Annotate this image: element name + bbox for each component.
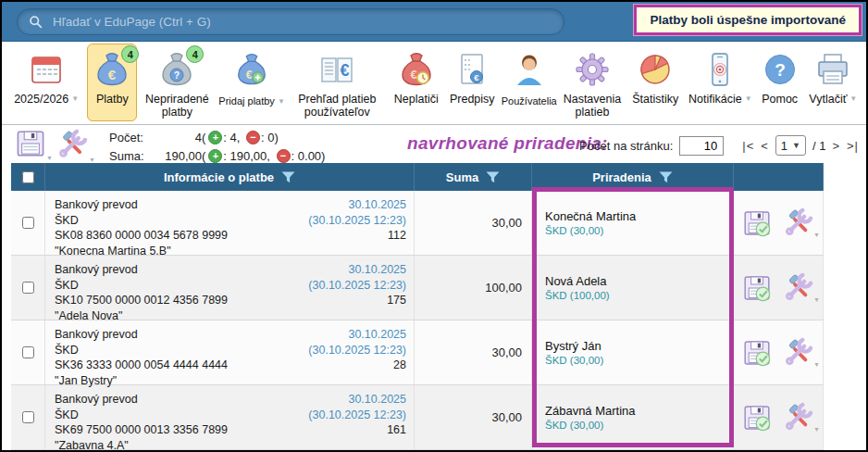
page-select[interactable]: 1▼ (775, 135, 806, 156)
payment-datetime: (30.10.2025 12:23) (308, 343, 406, 358)
toolbar-item-label: Platby (96, 93, 129, 106)
chevron-down-icon: ▼ (813, 426, 820, 433)
toolbar-item-nastavenia-platieb[interactable]: Nastavenia platieb (558, 44, 626, 121)
toolbar-item-label: Nepriradené platby (138, 93, 216, 119)
toolbar-item-school-year[interactable]: 2025/2026▼ (6, 44, 87, 121)
filter-icon[interactable] (281, 171, 295, 183)
row-tools-button[interactable]: ▼ (782, 401, 814, 433)
chevron-down-icon: ▼ (813, 296, 820, 303)
count-label: Počet: (109, 129, 154, 147)
pie-chart-icon (637, 48, 674, 91)
totals-block: Počet:4 (: 4, : 0) Suma:190,00 (: 190,00… (109, 129, 325, 165)
svg-text:?: ? (174, 70, 180, 81)
toolbar-item-predpisy[interactable]: € Predpisy (444, 44, 500, 121)
save-all-button[interactable]: ▼ (15, 128, 46, 163)
payment-note: "Zabavna 4.A" (55, 438, 228, 452)
next-page-button[interactable]: > (832, 139, 840, 153)
payment-method: Bankový prevod (55, 197, 228, 213)
count-minus: : 0) (261, 129, 279, 147)
chevron-down-icon: ▼ (278, 97, 285, 106)
assignee-name: Nová Adela (545, 274, 733, 288)
toolbar-item-notifikacie[interactable]: Notifikácie▼ (685, 44, 756, 121)
amount-cell: 100,00 (415, 256, 532, 320)
search-input[interactable] (51, 14, 552, 30)
count-plus: : 4, (223, 129, 243, 147)
table-row: Bankový prevod ŠKD SK08 8360 0000 0034 5… (11, 191, 824, 256)
last-page-button[interactable]: >| (847, 139, 859, 153)
assignment-cell: Zábavná Martina ŠKD (30,00) (532, 385, 734, 449)
table-row: Bankový prevod ŠKD SK69 7500 0000 0013 3… (11, 385, 824, 450)
filter-icon[interactable] (659, 171, 673, 183)
toolbar-item-label: Prehľad platieb používateľov (288, 93, 387, 119)
payment-method: Bankový prevod (55, 392, 228, 408)
payment-number: 28 (308, 358, 406, 373)
row-tools-button[interactable]: ▼ (782, 271, 814, 304)
page-total: / 1 (812, 139, 825, 153)
first-page-button[interactable]: |< (742, 139, 754, 153)
toolbar-item-label: Pridaj platby (218, 95, 275, 107)
toolbar-item-vytlacit[interactable]: Vytlačiť▼ (804, 44, 862, 121)
tools-icon (782, 271, 814, 304)
minus-icon (277, 149, 291, 163)
filter-icon[interactable] (486, 171, 500, 183)
per-page-label: Počet na stránku: (579, 139, 673, 153)
payment-date: 30.10.2025 (308, 392, 406, 408)
row-checkbox[interactable] (22, 282, 34, 294)
select-all-cell (11, 163, 45, 191)
moneybag-euro-icon: € 4 (93, 48, 130, 91)
payment-iban: SK08 8360 0000 0034 5678 9999 (55, 228, 228, 244)
save-assignment-button[interactable] (742, 208, 772, 238)
row-checkbox[interactable] (22, 411, 34, 423)
summary-bar: ▼ ▼ Počet:4 (: 4, : 0) Suma:190,00 (: 19… (2, 126, 866, 163)
toolbar-item-prehlad-platieb[interactable]: € Prehľad platieb používateľov (287, 44, 388, 121)
assignment-detail: ŠKD (30,00) (545, 355, 733, 366)
tools-icon (56, 128, 89, 161)
save-assignment-button[interactable] (742, 273, 772, 303)
prev-page-button[interactable]: < (761, 139, 769, 153)
floppy-check-icon (742, 338, 772, 368)
assignment-cell: Konečná Martina ŠKD (30,00) (532, 191, 734, 255)
row-tools-button[interactable]: ▼ (782, 207, 814, 239)
save-assignment-button[interactable] (742, 403, 772, 433)
svg-text:€: € (108, 67, 117, 82)
moneybag-overdue-icon: € (398, 48, 435, 91)
tools-menu-button[interactable]: ▼ (56, 128, 89, 165)
header-info: Informácie o platbe (45, 163, 415, 191)
chevron-down-icon: ▼ (745, 94, 752, 103)
pagination: Počet na stránku: |< < 1▼ / 1 > >| (579, 135, 859, 156)
document-euro-icon: € (453, 48, 490, 91)
search-icon (29, 15, 43, 29)
header-priradenia: Priradenia (532, 163, 734, 191)
toolbar-item-pomoc[interactable]: ? Pomoc (756, 44, 804, 121)
payment-datetime: (30.10.2025 12:23) (308, 408, 406, 423)
toolbar-item-pouzivatelia[interactable]: Používatelia (500, 44, 558, 121)
count-value: 4 (154, 129, 202, 147)
row-tools-button[interactable]: ▼ (782, 336, 814, 369)
search-box[interactable] (17, 8, 564, 35)
help-icon: ? (762, 48, 799, 91)
row-checkbox[interactable] (22, 346, 34, 358)
phone-icon (701, 48, 738, 91)
gear-icon (574, 48, 611, 91)
toolbar-item-pridaj-platby[interactable]: € Pridaj platby▼ (217, 44, 287, 121)
svg-text:?: ? (775, 60, 786, 80)
save-assignment-button[interactable] (742, 338, 772, 368)
floppy-check-icon (742, 208, 772, 238)
top-bar: Platby boli úspešne importované (2, 2, 866, 42)
toolbar-item-nepriradene-platby[interactable]: ? 4 Nepriradené platby (137, 44, 217, 121)
moneybag-add-icon: € (234, 48, 269, 91)
payment-iban: SK10 7500 0000 0012 4356 7899 (55, 293, 228, 308)
select-all-checkbox[interactable] (22, 171, 34, 183)
assignee-name: Konečná Martina (545, 209, 733, 223)
toolbar-item-statistiky[interactable]: Štatistiky (626, 44, 684, 121)
row-checkbox[interactable] (22, 217, 34, 229)
header-suma: Suma (415, 163, 532, 191)
toolbar-item-label: Predpisy (450, 93, 495, 106)
main-toolbar: 2025/2026▼ € 4 Platby ? 4 Nepriradené pl… (2, 42, 866, 125)
per-page-input[interactable] (679, 136, 724, 156)
plus-icon (208, 149, 222, 163)
table-row: Bankový prevod ŠKD SK36 3333 0000 0054 4… (11, 320, 824, 385)
toolbar-item-platby[interactable]: € 4 Platby (87, 44, 137, 121)
assignment-cell: Nová Adela ŠKD (100,00) (532, 256, 734, 320)
toolbar-item-neplatici[interactable]: € Neplatiči (388, 44, 444, 121)
